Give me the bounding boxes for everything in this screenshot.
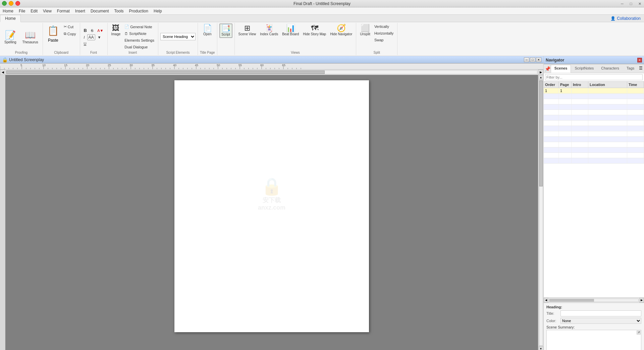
swap-btn[interactable]: Swap	[373, 37, 395, 43]
tab-home[interactable]: Home	[0, 15, 21, 22]
bold-btn[interactable]: B	[82, 27, 89, 34]
nav-table-row[interactable]	[544, 147, 644, 153]
dual-dialogue-btn[interactable]: Dual Dialogue	[123, 44, 156, 50]
win-restore-btn[interactable]: □	[627, 0, 635, 7]
menu-view[interactable]: View	[40, 8, 54, 14]
unsplit-btn[interactable]: ⬜ Unsplit	[358, 24, 372, 37]
spelling-btn[interactable]: 📝 Spelling	[2, 29, 19, 45]
index-cards-btn[interactable]: 🃏 Index Cards	[258, 24, 280, 37]
scene-summary-textarea[interactable]	[546, 330, 641, 350]
nav-table-row[interactable]	[544, 131, 644, 137]
nav-table-row[interactable]: 11	[544, 88, 644, 94]
scroll-left-btn[interactable]: ◀	[0, 70, 5, 75]
nav-table-row[interactable]	[544, 115, 644, 121]
nav-scroll-right-btn[interactable]: ▶	[639, 298, 644, 303]
doc-restore-btn[interactable]: □	[530, 57, 535, 62]
scroll-right-btn[interactable]: ▶	[538, 70, 543, 75]
nav-h-thumb[interactable]	[549, 299, 594, 302]
nav-table-row[interactable]	[544, 104, 644, 110]
underline-btn[interactable]: U	[82, 41, 88, 47]
elements-settings-btn[interactable]: Elements Settings	[123, 37, 156, 43]
menu-insert[interactable]: Insert	[72, 8, 88, 14]
hide-story-map-btn[interactable]: 🗺 Hide Story Map	[301, 24, 328, 37]
strikethrough-btn[interactable]: S	[89, 28, 95, 34]
split-horizontally-btn[interactable]: Horizontally	[373, 30, 395, 36]
title-field[interactable]	[560, 310, 641, 316]
v-scroll-track[interactable]	[539, 80, 543, 346]
aa-btn[interactable]: AA	[87, 34, 95, 40]
collaboration-link[interactable]: 👤 Collaboration	[607, 15, 644, 22]
window-minimize-btn[interactable]	[2, 1, 7, 6]
nav-table-row[interactable]	[544, 158, 644, 164]
nav-table-row[interactable]	[544, 121, 644, 126]
nav-tab-characters[interactable]: Characters	[597, 65, 623, 73]
window-close-btn[interactable]	[15, 1, 20, 6]
window-maximize-btn[interactable]	[9, 1, 13, 6]
summary-expand-btn[interactable]: ↗	[637, 331, 641, 335]
v-scroll-thumb[interactable]	[539, 81, 543, 186]
menu-help[interactable]: Help	[151, 8, 165, 14]
split-vertically-btn[interactable]: Vertically	[373, 24, 395, 30]
nav-table-row[interactable]	[544, 142, 644, 147]
nav-filter-input[interactable]	[545, 74, 643, 80]
group-proofing: 📝 Spelling 📖 Thesaurus Proofing	[0, 23, 43, 55]
nav-tab-tags[interactable]: Tags	[623, 65, 638, 73]
nav-table-row[interactable]	[544, 110, 644, 115]
nav-h-scroll[interactable]: ◀ ▶	[544, 297, 644, 303]
nav-tab-scriptnotes[interactable]: ScriptNotes	[571, 65, 597, 73]
win-close-btn[interactable]: ✕	[635, 0, 644, 7]
nav-table-row[interactable]	[544, 153, 644, 158]
nav-table-body[interactable]: 11	[544, 88, 644, 297]
menu-format[interactable]: Format	[54, 8, 72, 14]
menu-home[interactable]: Home	[0, 8, 16, 14]
nav-h-track[interactable]	[549, 299, 639, 302]
nav-cell-page	[559, 104, 572, 110]
scroll-up-btn[interactable]: ▲	[539, 75, 543, 80]
nav-table-row[interactable]	[544, 99, 644, 104]
thesaurus-btn[interactable]: 📖 Thesaurus	[20, 29, 41, 45]
color-field-label: Color:	[546, 319, 558, 323]
h-scrollbar-top[interactable]: ◀ ▶	[0, 70, 543, 75]
nav-th-page: Page	[559, 82, 572, 88]
nav-cell-page	[559, 158, 572, 163]
extra-btn[interactable]: ▼	[96, 34, 103, 40]
screenplay-page[interactable]: 🔒 安下载anxz.com	[174, 80, 369, 332]
italic-btn[interactable]: I	[82, 34, 87, 40]
h-scroll-track[interactable]	[6, 70, 537, 74]
doc-minimize-btn[interactable]: ─	[524, 57, 529, 62]
menu-file[interactable]: File	[16, 8, 28, 14]
general-note-btn[interactable]: 📄 General Note	[123, 24, 156, 30]
nav-table-row[interactable]	[544, 94, 644, 99]
nav-options-icon[interactable]: ☰	[638, 65, 643, 72]
h-scroll-thumb[interactable]	[6, 71, 325, 74]
menu-production[interactable]: Production	[126, 8, 151, 14]
v-scrollbar[interactable]: ▲ ▼	[538, 75, 543, 350]
nav-scroll-left-btn[interactable]: ◀	[544, 298, 548, 303]
nav-tab-scenes[interactable]: Scenes	[551, 65, 571, 73]
open-title-btn[interactable]: 📄 Open	[201, 24, 214, 37]
paste-btn[interactable]: 📋	[45, 24, 61, 38]
text-color-btn[interactable]: A▼	[96, 28, 105, 34]
scroll-down-btn[interactable]: ▼	[539, 346, 543, 350]
color-select[interactable]: None Red Green Blue Yellow	[560, 318, 641, 324]
doc-close-btn[interactable]: ✕	[536, 57, 541, 62]
nav-pin-icon[interactable]: 📌	[544, 65, 551, 73]
scene-heading-select[interactable]: Scene Heading Action Character Dialogue …	[160, 33, 196, 40]
nav-table-row[interactable]	[544, 137, 644, 142]
cut-btn[interactable]: ✂ Cut	[62, 24, 78, 30]
beat-board-btn[interactable]: 📊 Beat Board	[280, 24, 301, 37]
menu-edit[interactable]: Edit	[28, 8, 40, 14]
win-minimize-btn[interactable]: ─	[618, 0, 627, 7]
script-btn[interactable]: 📑 Script	[219, 24, 232, 38]
nav-table-row[interactable]	[544, 126, 644, 131]
copy-btn[interactable]: ⧉ Copy	[62, 31, 78, 37]
page-area[interactable]: 🔒 安下载anxz.com	[5, 75, 538, 350]
scene-view-btn[interactable]: ⊞ Scene View	[237, 24, 258, 37]
hide-navigator-btn[interactable]: 🧭 Hide Navigator	[328, 24, 354, 37]
nav-th-order: Order	[544, 82, 559, 88]
script-note-btn[interactable]: 🗒 ScriptNote	[123, 31, 156, 37]
menu-tools[interactable]: Tools	[112, 8, 126, 14]
nav-close-btn[interactable]: ✕	[637, 58, 642, 62]
image-btn[interactable]: 🖼 Image	[110, 24, 122, 37]
menu-document[interactable]: Document	[88, 8, 112, 14]
